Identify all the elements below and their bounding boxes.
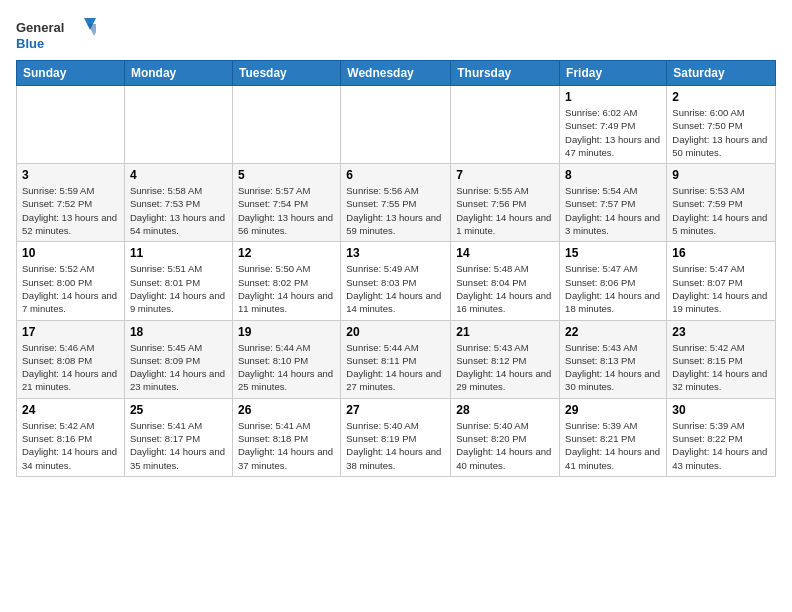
calendar-table: SundayMondayTuesdayWednesdayThursdayFrid… [16,60,776,477]
day-cell: 28Sunrise: 5:40 AM Sunset: 8:20 PM Dayli… [451,398,560,476]
day-detail: Sunrise: 6:02 AM Sunset: 7:49 PM Dayligh… [565,106,661,159]
day-cell: 8Sunrise: 5:54 AM Sunset: 7:57 PM Daylig… [560,164,667,242]
day-detail: Sunrise: 5:45 AM Sunset: 8:09 PM Dayligh… [130,341,227,394]
day-number: 7 [456,168,554,182]
day-cell: 23Sunrise: 5:42 AM Sunset: 8:15 PM Dayli… [667,320,776,398]
header-sunday: Sunday [17,61,125,86]
day-number: 6 [346,168,445,182]
day-cell: 9Sunrise: 5:53 AM Sunset: 7:59 PM Daylig… [667,164,776,242]
header-wednesday: Wednesday [341,61,451,86]
day-detail: Sunrise: 5:43 AM Sunset: 8:12 PM Dayligh… [456,341,554,394]
day-cell: 10Sunrise: 5:52 AM Sunset: 8:00 PM Dayli… [17,242,125,320]
day-number: 26 [238,403,335,417]
logo: General Blue [16,16,96,56]
day-number: 9 [672,168,770,182]
day-cell: 21Sunrise: 5:43 AM Sunset: 8:12 PM Dayli… [451,320,560,398]
day-number: 10 [22,246,119,260]
day-cell: 4Sunrise: 5:58 AM Sunset: 7:53 PM Daylig… [124,164,232,242]
day-number: 4 [130,168,227,182]
day-number: 30 [672,403,770,417]
svg-marker-3 [88,24,96,36]
day-detail: Sunrise: 5:50 AM Sunset: 8:02 PM Dayligh… [238,262,335,315]
day-detail: Sunrise: 5:57 AM Sunset: 7:54 PM Dayligh… [238,184,335,237]
day-detail: Sunrise: 5:52 AM Sunset: 8:00 PM Dayligh… [22,262,119,315]
header: General Blue [16,16,776,56]
day-detail: Sunrise: 5:46 AM Sunset: 8:08 PM Dayligh… [22,341,119,394]
day-detail: Sunrise: 5:59 AM Sunset: 7:52 PM Dayligh… [22,184,119,237]
day-number: 27 [346,403,445,417]
day-detail: Sunrise: 5:47 AM Sunset: 8:06 PM Dayligh… [565,262,661,315]
day-cell: 24Sunrise: 5:42 AM Sunset: 8:16 PM Dayli… [17,398,125,476]
day-number: 24 [22,403,119,417]
week-row-1: 3Sunrise: 5:59 AM Sunset: 7:52 PM Daylig… [17,164,776,242]
day-cell: 12Sunrise: 5:50 AM Sunset: 8:02 PM Dayli… [232,242,340,320]
day-detail: Sunrise: 5:39 AM Sunset: 8:22 PM Dayligh… [672,419,770,472]
day-cell: 11Sunrise: 5:51 AM Sunset: 8:01 PM Dayli… [124,242,232,320]
day-cell [341,86,451,164]
week-row-0: 1Sunrise: 6:02 AM Sunset: 7:49 PM Daylig… [17,86,776,164]
day-detail: Sunrise: 5:44 AM Sunset: 8:10 PM Dayligh… [238,341,335,394]
day-detail: Sunrise: 5:49 AM Sunset: 8:03 PM Dayligh… [346,262,445,315]
day-detail: Sunrise: 5:53 AM Sunset: 7:59 PM Dayligh… [672,184,770,237]
day-cell [232,86,340,164]
logo-svg: General Blue [16,16,96,56]
day-cell: 25Sunrise: 5:41 AM Sunset: 8:17 PM Dayli… [124,398,232,476]
day-detail: Sunrise: 5:56 AM Sunset: 7:55 PM Dayligh… [346,184,445,237]
day-number: 19 [238,325,335,339]
day-number: 22 [565,325,661,339]
day-cell: 7Sunrise: 5:55 AM Sunset: 7:56 PM Daylig… [451,164,560,242]
day-detail: Sunrise: 5:39 AM Sunset: 8:21 PM Dayligh… [565,419,661,472]
day-number: 2 [672,90,770,104]
day-number: 15 [565,246,661,260]
header-saturday: Saturday [667,61,776,86]
day-detail: Sunrise: 5:47 AM Sunset: 8:07 PM Dayligh… [672,262,770,315]
day-cell: 27Sunrise: 5:40 AM Sunset: 8:19 PM Dayli… [341,398,451,476]
day-number: 1 [565,90,661,104]
day-detail: Sunrise: 5:44 AM Sunset: 8:11 PM Dayligh… [346,341,445,394]
day-cell: 16Sunrise: 5:47 AM Sunset: 8:07 PM Dayli… [667,242,776,320]
day-cell: 29Sunrise: 5:39 AM Sunset: 8:21 PM Dayli… [560,398,667,476]
day-cell: 14Sunrise: 5:48 AM Sunset: 8:04 PM Dayli… [451,242,560,320]
day-number: 8 [565,168,661,182]
day-cell [124,86,232,164]
day-number: 12 [238,246,335,260]
day-detail: Sunrise: 5:40 AM Sunset: 8:20 PM Dayligh… [456,419,554,472]
day-cell: 3Sunrise: 5:59 AM Sunset: 7:52 PM Daylig… [17,164,125,242]
day-detail: Sunrise: 5:55 AM Sunset: 7:56 PM Dayligh… [456,184,554,237]
day-cell: 26Sunrise: 5:41 AM Sunset: 8:18 PM Dayli… [232,398,340,476]
day-detail: Sunrise: 5:41 AM Sunset: 8:17 PM Dayligh… [130,419,227,472]
day-number: 21 [456,325,554,339]
day-cell: 18Sunrise: 5:45 AM Sunset: 8:09 PM Dayli… [124,320,232,398]
day-detail: Sunrise: 5:41 AM Sunset: 8:18 PM Dayligh… [238,419,335,472]
day-detail: Sunrise: 5:43 AM Sunset: 8:13 PM Dayligh… [565,341,661,394]
day-number: 23 [672,325,770,339]
header-monday: Monday [124,61,232,86]
week-row-3: 17Sunrise: 5:46 AM Sunset: 8:08 PM Dayli… [17,320,776,398]
day-cell: 17Sunrise: 5:46 AM Sunset: 8:08 PM Dayli… [17,320,125,398]
svg-text:General: General [16,20,64,35]
day-number: 14 [456,246,554,260]
svg-text:Blue: Blue [16,36,44,51]
header-friday: Friday [560,61,667,86]
day-cell: 30Sunrise: 5:39 AM Sunset: 8:22 PM Dayli… [667,398,776,476]
day-detail: Sunrise: 6:00 AM Sunset: 7:50 PM Dayligh… [672,106,770,159]
day-cell: 19Sunrise: 5:44 AM Sunset: 8:10 PM Dayli… [232,320,340,398]
day-detail: Sunrise: 5:42 AM Sunset: 8:16 PM Dayligh… [22,419,119,472]
day-detail: Sunrise: 5:54 AM Sunset: 7:57 PM Dayligh… [565,184,661,237]
day-number: 3 [22,168,119,182]
day-detail: Sunrise: 5:48 AM Sunset: 8:04 PM Dayligh… [456,262,554,315]
day-number: 20 [346,325,445,339]
day-detail: Sunrise: 5:40 AM Sunset: 8:19 PM Dayligh… [346,419,445,472]
day-number: 13 [346,246,445,260]
day-cell: 15Sunrise: 5:47 AM Sunset: 8:06 PM Dayli… [560,242,667,320]
day-cell: 20Sunrise: 5:44 AM Sunset: 8:11 PM Dayli… [341,320,451,398]
day-number: 18 [130,325,227,339]
day-number: 5 [238,168,335,182]
day-cell: 5Sunrise: 5:57 AM Sunset: 7:54 PM Daylig… [232,164,340,242]
header-tuesday: Tuesday [232,61,340,86]
week-row-4: 24Sunrise: 5:42 AM Sunset: 8:16 PM Dayli… [17,398,776,476]
day-cell: 1Sunrise: 6:02 AM Sunset: 7:49 PM Daylig… [560,86,667,164]
day-number: 29 [565,403,661,417]
day-cell [17,86,125,164]
header-thursday: Thursday [451,61,560,86]
